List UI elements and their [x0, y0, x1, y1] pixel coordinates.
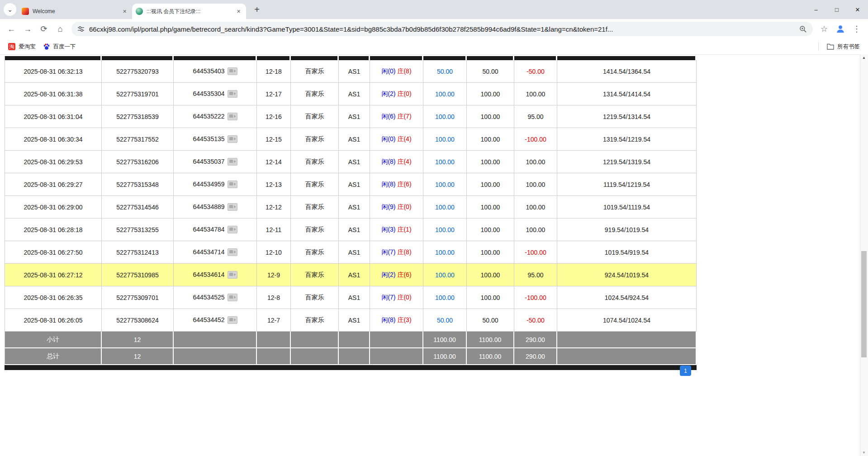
window-controls: – □ ✕	[806, 0, 868, 19]
player-bet: 闲(0)	[381, 67, 395, 75]
zoom-icon[interactable]	[799, 25, 807, 33]
cell-balance: 1019.54/1119.54	[557, 196, 697, 218]
cell-valid-amount: 100.00	[467, 286, 514, 309]
replay-video-icon[interactable]	[228, 248, 237, 256]
vertical-scrollbar[interactable]: ▲ ▼	[860, 54, 868, 456]
table-row[interactable]: 2025-08-31 06:29:53522775316206644535037…	[5, 151, 697, 173]
tab-title: :::视讯 会员下注纪录:::	[147, 8, 235, 15]
tab-bet-records[interactable]: :::视讯 会员下注纪录::: ✕	[132, 4, 246, 19]
tab-welcome[interactable]: Welcome ✕	[18, 4, 132, 19]
player-bet: 闲(7)	[381, 294, 395, 301]
cell-round: 12-7	[257, 309, 291, 332]
cell-game-no: 644535135	[174, 128, 257, 151]
bookmark-baidu[interactable]: 百度一下	[39, 41, 80, 52]
subtotal-row: 小计 12 1100.00 1100.00 290.00	[5, 332, 697, 348]
replay-video-icon[interactable]	[228, 113, 237, 120]
cell-order-no: 522775309701	[102, 286, 174, 309]
total-empty-cell	[174, 348, 257, 365]
total-empty-cell	[370, 348, 423, 365]
cell-winloss: 100.00	[514, 83, 557, 105]
table-row[interactable]: 2025-08-31 06:31:04522775318539644535222…	[5, 105, 697, 128]
game-no-text: 644534525	[193, 294, 224, 301]
cell-bet-content: 闲(0) 庄(4)	[370, 128, 423, 151]
cell-winloss: -100.00	[514, 241, 557, 264]
cell-table-name: AS1	[339, 241, 370, 264]
refresh-button[interactable]: ⟳	[36, 21, 52, 37]
bookmark-star-icon[interactable]: ☆	[816, 21, 832, 37]
scroll-up-icon[interactable]: ▲	[860, 56, 868, 60]
subtotal-bet: 1100.00	[423, 332, 467, 348]
table-row[interactable]: 2025-08-31 06:26:05522775308624644534452…	[5, 309, 697, 332]
replay-video-icon[interactable]	[228, 316, 237, 324]
game-no-text: 644534452	[193, 316, 224, 323]
table-row[interactable]: 2025-08-31 06:27:50522775312413644534714…	[5, 241, 697, 264]
replay-video-icon[interactable]	[228, 135, 237, 143]
table-row[interactable]: 2025-08-31 06:29:00522775314546644534889…	[5, 196, 697, 218]
header-cell	[370, 56, 423, 60]
home-button[interactable]: ⌂	[52, 21, 68, 37]
cell-table-name: AS1	[339, 60, 370, 83]
player-bet: 闲(0)	[381, 135, 395, 142]
maximize-button[interactable]: □	[826, 0, 847, 19]
cell-balance: 1219.54/1314.54	[557, 105, 697, 128]
cell-bet-content: 闲(7) 庄(0)	[370, 286, 423, 309]
site-settings-icon[interactable]	[77, 25, 85, 33]
cell-game-type: 百家乐	[291, 309, 339, 332]
cell-balance: 1314.54/1414.54	[557, 83, 697, 105]
cell-bet-amount: 100.00	[423, 151, 467, 173]
cell-game-type: 百家乐	[291, 241, 339, 264]
replay-video-icon[interactable]	[228, 226, 237, 233]
close-tab-icon[interactable]: ✕	[121, 8, 128, 15]
cell-bet-time: 2025-08-31 06:29:27	[5, 173, 102, 196]
scroll-down-icon[interactable]: ▼	[860, 451, 868, 455]
header-cell	[514, 56, 557, 60]
replay-video-icon[interactable]	[228, 90, 237, 98]
bookmark-aitaobao[interactable]: 淘 爱淘宝	[5, 41, 39, 52]
table-row[interactable]: 2025-08-31 06:29:27522775315348644534959…	[5, 173, 697, 196]
folder-icon	[827, 43, 834, 50]
cell-valid-amount: 100.00	[467, 105, 514, 128]
subtotal-empty-cell	[257, 332, 291, 348]
scrollbar-thumb[interactable]	[861, 251, 867, 357]
new-tab-button[interactable]: +	[251, 3, 263, 16]
cell-bet-content: 闲(8) 庄(4)	[370, 151, 423, 173]
divider	[818, 42, 819, 51]
tab-search-button[interactable]: ⌄	[4, 3, 16, 16]
forward-button[interactable]: →	[20, 21, 35, 37]
cell-bet-content: 闲(3) 庄(1)	[370, 218, 423, 241]
address-bar[interactable]: 66cxkj98.com/ipl/portal.php/game/betreco…	[71, 22, 813, 36]
game-no-text: 644535403	[193, 67, 224, 75]
table-row[interactable]: 2025-08-31 06:32:13522775320793644535403…	[5, 60, 697, 83]
replay-video-icon[interactable]	[228, 294, 237, 301]
total-winloss: 290.00	[514, 348, 557, 365]
table-row[interactable]: 2025-08-31 06:27:12522775310985644534614…	[5, 264, 697, 286]
replay-video-icon[interactable]	[228, 158, 237, 166]
table-row[interactable]: 2025-08-31 06:31:38522775319701644535304…	[5, 83, 697, 105]
replay-video-icon[interactable]	[228, 180, 237, 188]
close-window-button[interactable]: ✕	[847, 0, 868, 19]
banker-bet: 庄(0)	[397, 90, 411, 97]
header-cell	[5, 56, 102, 60]
back-button[interactable]: ←	[4, 21, 19, 37]
page-1-button[interactable]: 1	[680, 366, 691, 376]
table-row[interactable]: 2025-08-31 06:28:18522775313255644534784…	[5, 218, 697, 241]
url-text[interactable]: 66cxkj98.com/ipl/portal.php/game/betreco…	[89, 25, 795, 33]
replay-video-icon[interactable]	[228, 271, 237, 279]
replay-video-icon[interactable]	[228, 67, 237, 75]
close-tab-icon[interactable]: ✕	[235, 8, 242, 15]
cell-bet-time: 2025-08-31 06:29:00	[5, 196, 102, 218]
cell-round: 12-18	[257, 60, 291, 83]
table-row[interactable]: 2025-08-31 06:30:34522775317552644535135…	[5, 128, 697, 151]
table-row[interactable]: 2025-08-31 06:26:35522775309701644534525…	[5, 286, 697, 309]
replay-video-icon[interactable]	[228, 203, 237, 211]
game-no-text: 644535037	[193, 158, 224, 165]
total-valid: 1100.00	[467, 348, 514, 365]
minimize-button[interactable]: –	[806, 0, 826, 19]
cell-round: 12-17	[257, 83, 291, 105]
all-bookmarks-button[interactable]: 所有书签	[823, 41, 863, 52]
cell-game-type: 百家乐	[291, 83, 339, 105]
cell-valid-amount: 100.00	[467, 128, 514, 151]
menu-icon[interactable]: ⋮	[849, 21, 864, 37]
total-empty-cell	[339, 348, 370, 365]
profile-icon[interactable]	[833, 21, 848, 37]
